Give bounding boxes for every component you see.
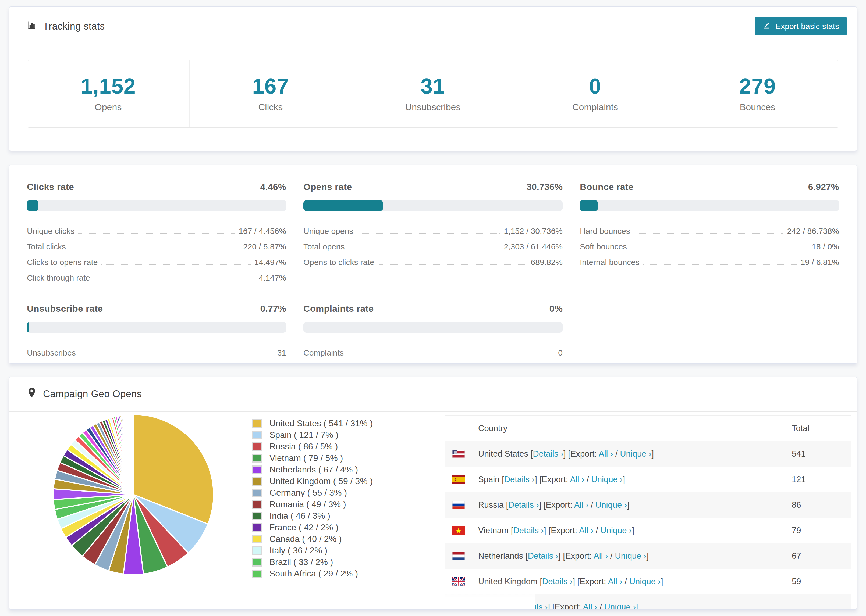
export-all-link[interactable]: All › [574,500,589,509]
rates-grid-row-2: Unsubscribe rate 0.77% Unsubscribes 31 C… [27,303,839,358]
total-column-header: Total [792,424,851,433]
opens-rate-title: Opens rate [303,182,352,192]
export-all-link[interactable]: All › [583,602,597,610]
legend-item: Spain ( 121 / 7% ) [252,429,448,441]
geo-pie-chart[interactable] [47,409,219,580]
export-unique-link[interactable]: Unique › [600,526,632,535]
geo-table-row: Vietnam [Details ›] [Export: All › / Uni… [446,518,851,543]
export-unique-link[interactable]: Unique › [629,577,661,586]
legend-swatch [252,477,263,486]
geo-table-row: Germany [Details ›] [Export: All › / Uni… [446,594,851,610]
legend-label: Brazil ( 33 / 2% ) [269,557,333,567]
details-link[interactable]: Details › [542,577,573,586]
page-title: Tracking stats [43,21,105,32]
dotted-leader [348,248,500,249]
unsubscribe-rate-panel: Unsubscribe rate 0.77% Unsubscribes 31 [27,303,286,358]
rate-detail-row: Hard bounces 242 / 86.738% [580,221,839,236]
summary-stat-label: Unsubscribes [405,102,460,112]
bounce-rate-title: Bounce rate [580,182,634,192]
tracking-stats-header: Tracking stats Export basic stats [9,7,857,46]
dotted-leader [378,264,527,265]
map-pin-icon [27,387,36,401]
country-name: Germany [478,602,512,610]
export-button-label: Export basic stats [775,22,839,31]
rate-detail-row: Soft bounces 18 / 0% [580,236,839,252]
legend-swatch [252,500,263,509]
export-all-link[interactable]: All › [579,526,593,535]
country-flag-icon [452,526,478,535]
export-all-link[interactable]: All › [570,475,584,484]
summary-stats-strip: 1,152 Opens 167 Clicks 31 Unsubscribes 0… [27,60,839,128]
details-link[interactable]: Details › [517,602,548,610]
export-unique-link[interactable]: Unique › [604,602,636,610]
dotted-leader [70,248,239,249]
export-icon [762,21,771,31]
rates-grid-row-1: Clicks rate 4.46% Unique clicks 167 / 4.… [27,182,839,283]
legend-label: Vietnam ( 79 / 5% ) [269,453,343,463]
rate-detail-row: Unique clicks 167 / 4.456% [27,221,286,236]
details-link[interactable]: Details › [527,551,558,561]
details-link[interactable]: Details › [508,500,539,509]
legend-item: Russia ( 86 / 5% ) [252,441,448,452]
export-unique-link[interactable]: Unique › [595,500,627,509]
legend-swatch [252,569,263,578]
export-all-link[interactable]: All › [599,449,613,459]
legend-swatch [252,523,263,532]
total-cell: 541 [792,449,851,459]
dotted-leader [357,233,500,234]
export-basic-stats-button[interactable]: Export basic stats [755,17,847,36]
legend-label: Canada ( 40 / 2% ) [269,534,342,544]
legend-item: Brazil ( 33 / 2% ) [252,556,448,568]
legend-swatch [252,512,263,520]
legend-swatch [252,431,263,439]
country-flag-icon [452,552,478,560]
clicks-rate-title: Clicks rate [27,182,74,192]
details-link[interactable]: Details › [533,449,564,459]
geo-table-row: United States [Details ›] [Export: All ›… [446,441,851,467]
summary-stat-value: 1,152 [81,75,136,97]
bounce-rate-panel: Bounce rate 6.927% Hard bounces 242 / 86… [580,182,839,283]
rate-detail-row: Unsubscribes 31 [27,343,286,358]
legend-label: Netherlands ( 67 / 4% ) [269,465,358,475]
legend-swatch [252,558,263,567]
bounce-rate-value: 6.927% [808,182,839,192]
rate-detail-row: Opens to clicks rate 689.82% [303,252,563,267]
campaign-geo-opens-card: Campaign Geo Opens United States ( 541 /… [9,377,857,610]
rate-detail-row: Clicks to opens rate 14.497% [27,252,286,267]
legend-swatch [252,454,263,462]
summary-stat-box: 31 Unsubscribes [352,60,514,127]
legend-swatch [252,419,263,428]
legend-item: India ( 46 / 3% ) [252,510,448,522]
bar-chart-icon [27,20,37,33]
legend-item: France ( 42 / 2% ) [252,522,448,533]
export-unique-link[interactable]: Unique › [615,551,646,561]
geo-legend: United States ( 541 / 31% )Spain ( 121 /… [252,418,448,580]
country-column-header: Country [478,424,792,433]
bounce-rate-progressbar [580,200,839,211]
rate-detail-row: Unique opens 1,152 / 30.736% [303,221,563,236]
rate-detail-row: Internal bounces 19 / 6.81% [580,252,839,267]
legend-label: United Kingdom ( 59 / 3% ) [269,476,373,486]
country-cell: Netherlands [Details ›] [Export: All › /… [478,551,792,561]
rate-detail-row: Total opens 2,303 / 61.446% [303,236,563,252]
unsubscribe-rate-value: 0.77% [260,303,286,314]
geo-header: Campaign Geo Opens [9,377,857,412]
rate-detail-row: Total clicks 220 / 5.87% [27,236,286,252]
dotted-leader [634,233,783,234]
tracking-stats-title-wrap: Tracking stats [27,20,105,33]
details-link[interactable]: Details › [504,475,535,484]
export-unique-link[interactable]: Unique › [591,475,623,484]
complaints-rate-progressbar [303,322,563,333]
unsubscribe-rate-title: Unsubscribe rate [27,303,103,314]
export-all-link[interactable]: All › [594,551,608,561]
summary-stat-value: 167 [252,75,289,97]
geo-table-header: Country Total [446,416,851,441]
summary-stat-box: 0 Complaints [514,60,677,127]
export-unique-link[interactable]: Unique › [620,449,651,459]
details-link[interactable]: Details › [513,526,544,535]
summary-stat-label: Opens [94,102,121,112]
legend-label: South Africa ( 29 / 2% ) [269,569,358,579]
export-all-link[interactable]: All › [608,577,622,586]
country-flag-icon [452,603,478,610]
geo-title: Campaign Geo Opens [43,388,142,400]
